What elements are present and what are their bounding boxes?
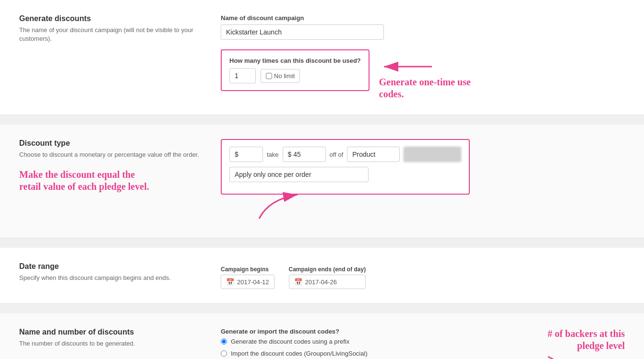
discount-type-desc: Choose to discount a monetary or percent… <box>19 151 202 159</box>
section-left-name: Name and number of discounts The number … <box>19 328 202 359</box>
discount-row-main: take off of <box>229 147 461 162</box>
radio-import[interactable] <box>221 350 227 357</box>
campaign-name-label: Name of discount campaign <box>221 14 625 22</box>
take-label: take <box>267 151 279 158</box>
usage-label: How many times can this discount be used… <box>229 57 361 64</box>
begins-date-value: 2017-04-12 <box>237 278 269 286</box>
generate-discounts-title: Generate discounts <box>19 14 202 23</box>
section-right-generate: Name of discount campaign How many times… <box>221 14 625 100</box>
begins-date-input[interactable]: 📅 2017-04-12 <box>221 275 274 289</box>
ends-date-value: 2017-04-26 <box>305 278 337 286</box>
name-number-layout: Generate or import the discount codes? G… <box>221 328 625 359</box>
annotation-text-discount: Make the discount equal the retail value… <box>19 169 154 193</box>
section-right-name: Generate or import the discount codes? G… <box>221 328 625 359</box>
num-discounts-area: # of backers at this pledge level The nu… <box>481 328 625 359</box>
annotation-text-num: # of backers at this pledge level <box>529 328 625 352</box>
section-right-discount: take off of <box>221 139 625 223</box>
ends-label: Campaign ends (end of day) <box>289 266 366 273</box>
name-number-section: Name and number of discounts The number … <box>0 313 644 359</box>
section-left-generate: Generate discounts The name of your disc… <box>19 14 202 100</box>
section-left-discount: Discount type Choose to discount a monet… <box>19 139 202 223</box>
name-number-left: Generate or import the discount codes? G… <box>221 328 467 359</box>
num-annotation-row: # of backers at this pledge level <box>529 328 625 352</box>
date-range-title: Date range <box>19 262 202 271</box>
generate-discounts-section: Generate discounts The name of your disc… <box>0 0 644 115</box>
radio-import-label: Import the discount codes (Groupon/Livin… <box>231 350 368 357</box>
calendar-icon-ends: 📅 <box>294 278 302 286</box>
usage-count-input[interactable] <box>229 68 256 83</box>
no-limit-text: No limit <box>274 72 295 80</box>
discount-type-section: Discount type Choose to discount a monet… <box>0 125 644 238</box>
campaign-ends-field: Campaign ends (end of day) 📅 2017-04-26 <box>289 266 366 289</box>
spacer-2 <box>0 238 644 248</box>
arrow-svg-num <box>538 352 586 359</box>
generate-discounts-desc: The name of your discount campaign (will… <box>19 26 202 43</box>
page-container: Generate discounts The name of your disc… <box>0 0 644 359</box>
campaign-name-block: Name of discount campaign <box>221 14 625 40</box>
begins-label: Campaign begins <box>221 266 274 273</box>
radio-group-generate: Generate the discount codes using a pref… <box>221 338 467 357</box>
section-left-date: Date range Specify when this discount ca… <box>19 262 202 289</box>
product-input[interactable] <box>347 147 400 162</box>
no-limit-checkbox[interactable] <box>266 73 272 79</box>
radio-option-import: Import the discount codes (Groupon/Livin… <box>221 350 467 357</box>
dollar-symbol-input[interactable] <box>229 147 263 162</box>
ends-date-input[interactable]: 📅 2017-04-26 <box>289 275 366 289</box>
radio-option-generate: Generate the discount codes using a pref… <box>221 338 467 345</box>
discount-annotation-left: Make the discount equal the retail value… <box>19 169 202 193</box>
spacer-3 <box>0 304 644 313</box>
calendar-icon-begins: 📅 <box>226 278 234 286</box>
radio-generate-label: Generate the discount codes using a pref… <box>231 338 349 345</box>
radio-generate[interactable] <box>221 338 227 345</box>
name-number-desc: The number of discounts to be generated. <box>19 339 202 348</box>
amount-input[interactable] <box>283 147 326 162</box>
spacer-1 <box>0 115 644 125</box>
annotation-text-generate: Generate one-time use codes. <box>379 76 485 100</box>
usage-box: How many times can this discount be used… <box>221 49 370 91</box>
section-right-date: Campaign begins 📅 2017-04-12 Campaign en… <box>221 262 625 289</box>
date-range-desc: Specify when this discount campaign begi… <box>19 274 202 282</box>
generate-import-label: Generate or import the discount codes? <box>221 328 467 335</box>
name-number-title: Name and number of discounts <box>19 328 202 336</box>
campaign-begins-field: Campaign begins 📅 2017-04-12 <box>221 266 274 289</box>
off-of-label: off of <box>330 151 344 158</box>
discount-row-apply <box>229 167 461 182</box>
apply-once-input[interactable] <box>229 167 369 182</box>
date-range-row: Campaign begins 📅 2017-04-12 Campaign en… <box>221 266 625 289</box>
no-limit-checkbox-wrapper: No limit <box>261 69 300 83</box>
discount-type-title: Discount type <box>19 139 202 148</box>
usage-controls: No limit <box>229 68 361 83</box>
blurred-select[interactable] <box>404 147 461 162</box>
campaign-name-input[interactable] <box>221 24 384 40</box>
discount-type-box: take off of <box>221 139 470 195</box>
date-range-section: Date range Specify when this discount ca… <box>0 248 644 304</box>
annotation-generate: Generate one-time use codes. <box>379 47 485 100</box>
